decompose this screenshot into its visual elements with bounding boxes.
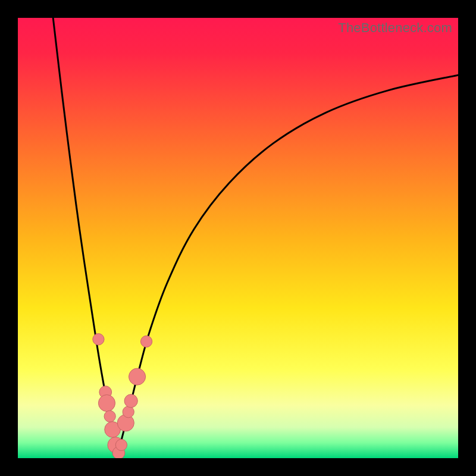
curve-right-branch — [118, 75, 458, 453]
data-marker — [104, 411, 115, 422]
data-marker — [124, 394, 137, 408]
data-marker — [115, 439, 127, 450]
data-marker — [93, 334, 104, 345]
outer-frame: TheBottleneck.com — [0, 0, 476, 476]
data-marker — [123, 406, 134, 418]
curves-layer — [18, 18, 458, 458]
plot-area: TheBottleneck.com — [18, 18, 458, 458]
data-marker — [129, 368, 145, 385]
data-marker — [98, 394, 115, 411]
data-marker — [140, 336, 152, 347]
